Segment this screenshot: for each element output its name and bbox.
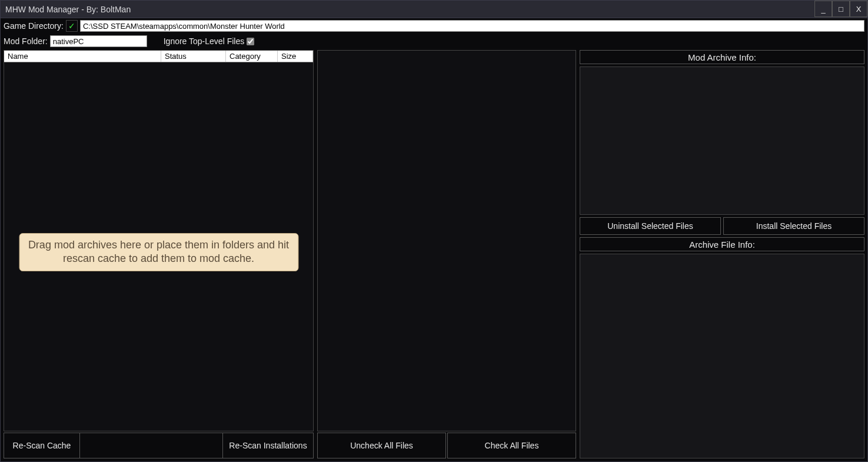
- game-directory-input[interactable]: [80, 20, 864, 32]
- column-category[interactable]: Category: [226, 51, 278, 62]
- right-panel: Mod Archive Info: Uninstall Selected Fil…: [580, 50, 864, 458]
- check-icon: ✓: [68, 21, 75, 31]
- titlebar[interactable]: MHW Mod Manager - By: BoltMan _ □ X: [1, 1, 867, 18]
- column-name[interactable]: Name: [4, 51, 161, 62]
- maximize-icon: □: [839, 5, 843, 14]
- mod-folder-row: Mod Folder: Ignore Top-Level Files: [1, 34, 867, 49]
- directory-valid-check: ✓: [66, 20, 78, 32]
- ignore-top-level-checkbox[interactable]: [247, 38, 254, 45]
- mod-list-body[interactable]: Drag mod archives here or place them in …: [4, 62, 313, 431]
- app-window: MHW Mod Manager - By: BoltMan _ □ X Game…: [0, 0, 868, 462]
- rescan-cache-button[interactable]: Re-Scan Cache: [4, 433, 80, 458]
- check-all-button[interactable]: Check All Files: [447, 433, 576, 458]
- middle-buttons: Uncheck All Files Check All Files: [317, 433, 576, 458]
- maximize-button[interactable]: □: [832, 1, 850, 17]
- minimize-icon: _: [821, 5, 825, 14]
- game-directory-row: Game Directory: ✓: [1, 18, 867, 34]
- column-status[interactable]: Status: [161, 51, 226, 62]
- uninstall-selected-button[interactable]: Uninstall Selected Files: [580, 217, 721, 235]
- archive-file-list[interactable]: [317, 50, 576, 431]
- close-button[interactable]: X: [850, 1, 867, 17]
- mod-list[interactable]: Name Status Category Size Drag mod archi…: [4, 50, 314, 431]
- drag-hint-tooltip: Drag mod archives here or place them in …: [19, 233, 298, 271]
- uncheck-all-button[interactable]: Uncheck All Files: [317, 433, 446, 458]
- middle-panel: Uncheck All Files Check All Files: [317, 50, 576, 458]
- mod-list-header: Name Status Category Size: [4, 51, 313, 62]
- close-icon: X: [856, 5, 862, 14]
- mod-archive-info-header: Mod Archive Info:: [580, 50, 864, 64]
- ignore-top-level-label: Ignore Top-Level Files: [164, 36, 244, 46]
- mod-archive-info-box: [580, 67, 864, 215]
- mod-folder-input[interactable]: [50, 35, 147, 47]
- archive-file-info-box: [580, 254, 864, 458]
- window-controls: _ □ X: [814, 1, 867, 18]
- install-selected-button[interactable]: Install Selected Files: [723, 217, 864, 235]
- game-directory-label: Game Directory:: [4, 21, 64, 31]
- window-title: MHW Mod Manager - By: BoltMan: [5, 5, 814, 14]
- archive-file-info-header: Archive File Info:: [580, 237, 864, 251]
- minimize-button[interactable]: _: [814, 1, 832, 17]
- rescan-installations-button[interactable]: Re-Scan Installations: [222, 433, 314, 458]
- mod-folder-label: Mod Folder:: [4, 36, 48, 46]
- main-area: Name Status Category Size Drag mod archi…: [1, 49, 867, 461]
- left-button-spacer: [80, 433, 222, 458]
- left-buttons: Re-Scan Cache Re-Scan Installations: [4, 433, 314, 458]
- left-panel: Name Status Category Size Drag mod archi…: [4, 50, 314, 458]
- right-buttons: Uninstall Selected Files Install Selecte…: [580, 217, 864, 235]
- column-size[interactable]: Size: [278, 51, 313, 62]
